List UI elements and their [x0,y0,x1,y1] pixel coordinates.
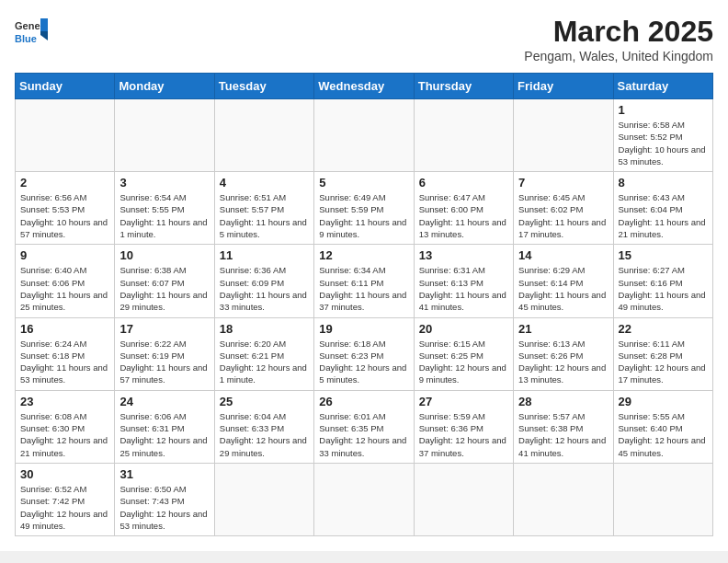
calendar-week-4: 16Sunrise: 6:24 AM Sunset: 6:18 PM Dayli… [16,317,713,390]
day-number: 17 [119,322,209,336]
day-number: 25 [220,395,309,408]
calendar-cell: 28Sunrise: 5:57 AM Sunset: 6:38 PM Dayli… [514,390,613,463]
day-info: Sunrise: 6:27 AM Sunset: 6:16 PM Dayligh… [619,264,708,313]
calendar-week-1: 1Sunrise: 6:58 AM Sunset: 5:52 PM Daylig… [16,99,713,172]
calendar-cell: 12Sunrise: 6:34 AM Sunset: 6:11 PM Dayli… [314,245,414,317]
day-info: Sunrise: 6:22 AM Sunset: 6:19 PM Dayligh… [119,338,209,386]
day-number: 19 [319,322,408,336]
day-number: 6 [419,176,508,190]
day-info: Sunrise: 6:47 AM Sunset: 6:00 PM Dayligh… [419,191,508,240]
day-number: 3 [119,176,209,190]
day-info: Sunrise: 5:57 AM Sunset: 6:38 PM Dayligh… [518,410,608,459]
day-info: Sunrise: 6:18 AM Sunset: 6:23 PM Dayligh… [319,338,408,386]
day-number: 26 [319,395,408,408]
day-info: Sunrise: 6:29 AM Sunset: 6:14 PM Dayligh… [518,264,608,313]
day-number: 13 [419,248,508,262]
calendar-cell: 17Sunrise: 6:22 AM Sunset: 6:19 PM Dayli… [115,317,214,390]
calendar-cell: 13Sunrise: 6:31 AM Sunset: 6:13 PM Dayli… [414,245,513,317]
calendar-cell: 8Sunrise: 6:43 AM Sunset: 6:04 PM Daylig… [613,172,712,245]
calendar-cell: 29Sunrise: 5:55 AM Sunset: 6:40 PM Dayli… [613,390,712,463]
day-number: 24 [119,395,209,408]
day-info: Sunrise: 6:58 AM Sunset: 5:52 PM Dayligh… [619,119,708,167]
day-info: Sunrise: 6:31 AM Sunset: 6:13 PM Dayligh… [419,264,508,313]
days-header-row: Sunday Monday Tuesday Wednesday Thursday… [16,74,713,99]
calendar-table: Sunday Monday Tuesday Wednesday Thursday… [15,73,713,536]
calendar-cell: 25Sunrise: 6:04 AM Sunset: 6:33 PM Dayli… [214,390,313,463]
calendar-cell [314,99,414,172]
day-info: Sunrise: 6:56 AM Sunset: 5:53 PM Dayligh… [20,191,109,240]
calendar-cell: 14Sunrise: 6:29 AM Sunset: 6:14 PM Dayli… [514,245,613,317]
logo: General Blue [15,15,48,48]
day-number: 8 [619,176,708,190]
calendar-cell: 16Sunrise: 6:24 AM Sunset: 6:18 PM Dayli… [16,317,115,390]
header-tuesday: Tuesday [214,74,313,99]
calendar-cell [514,463,613,535]
calendar-cell [514,99,613,172]
day-info: Sunrise: 6:49 AM Sunset: 5:59 PM Dayligh… [319,191,408,240]
calendar-cell [613,463,712,535]
day-info: Sunrise: 5:59 AM Sunset: 6:36 PM Dayligh… [419,410,508,459]
calendar-week-6: 30Sunrise: 6:52 AM Sunset: 7:42 PM Dayli… [16,463,713,535]
day-number: 28 [518,395,608,408]
calendar-cell [214,463,313,535]
day-number: 11 [220,248,309,262]
calendar-cell: 7Sunrise: 6:45 AM Sunset: 6:02 PM Daylig… [514,172,613,245]
calendar-cell [314,463,414,535]
day-number: 1 [619,103,708,117]
day-info: Sunrise: 6:24 AM Sunset: 6:18 PM Dayligh… [20,338,109,386]
calendar-cell: 31Sunrise: 6:50 AM Sunset: 7:43 PM Dayli… [115,463,214,535]
day-number: 30 [20,467,109,481]
day-info: Sunrise: 6:51 AM Sunset: 5:57 PM Dayligh… [220,191,309,240]
calendar-cell: 24Sunrise: 6:06 AM Sunset: 6:31 PM Dayli… [115,390,214,463]
calendar-cell [214,99,313,172]
day-info: Sunrise: 6:11 AM Sunset: 6:28 PM Dayligh… [619,338,708,386]
day-number: 5 [319,176,408,190]
day-number: 2 [20,176,109,190]
calendar-cell: 21Sunrise: 6:13 AM Sunset: 6:26 PM Dayli… [514,317,613,390]
logo-icon: General Blue [15,15,48,48]
day-info: Sunrise: 6:06 AM Sunset: 6:31 PM Dayligh… [119,410,209,459]
calendar-body: 1Sunrise: 6:58 AM Sunset: 5:52 PM Daylig… [16,99,713,536]
day-number: 29 [619,395,708,408]
calendar-cell: 23Sunrise: 6:08 AM Sunset: 6:30 PM Dayli… [16,390,115,463]
day-number: 18 [220,322,309,336]
day-number: 9 [20,248,109,262]
day-number: 12 [319,248,408,262]
day-info: Sunrise: 6:50 AM Sunset: 7:43 PM Dayligh… [119,483,209,532]
header-thursday: Thursday [414,74,513,99]
day-number: 21 [518,322,608,336]
day-info: Sunrise: 6:40 AM Sunset: 6:06 PM Dayligh… [20,264,109,313]
calendar-week-5: 23Sunrise: 6:08 AM Sunset: 6:30 PM Dayli… [16,390,713,463]
calendar-cell: 2Sunrise: 6:56 AM Sunset: 5:53 PM Daylig… [16,172,115,245]
title-block: March 2025 Pengam, Wales, United Kingdom [524,15,713,63]
header: General Blue March 2025 Pengam, Wales, U… [15,15,713,63]
calendar-cell: 3Sunrise: 6:54 AM Sunset: 5:55 PM Daylig… [115,172,214,245]
day-info: Sunrise: 6:52 AM Sunset: 7:42 PM Dayligh… [20,483,109,532]
day-info: Sunrise: 6:36 AM Sunset: 6:09 PM Dayligh… [220,264,309,313]
header-friday: Friday [514,74,613,99]
calendar-cell: 27Sunrise: 5:59 AM Sunset: 6:36 PM Dayli… [414,390,513,463]
calendar-cell: 18Sunrise: 6:20 AM Sunset: 6:21 PM Dayli… [214,317,313,390]
calendar-page: General Blue March 2025 Pengam, Wales, U… [0,0,728,551]
svg-marker-2 [40,18,48,31]
day-info: Sunrise: 6:04 AM Sunset: 6:33 PM Dayligh… [220,410,309,459]
day-info: Sunrise: 6:20 AM Sunset: 6:21 PM Dayligh… [220,338,309,386]
calendar-cell: 5Sunrise: 6:49 AM Sunset: 5:59 PM Daylig… [314,172,414,245]
day-number: 16 [20,322,109,336]
svg-marker-3 [40,31,48,40]
day-number: 14 [518,248,608,262]
day-number: 20 [419,322,508,336]
calendar-cell: 20Sunrise: 6:15 AM Sunset: 6:25 PM Dayli… [414,317,513,390]
header-wednesday: Wednesday [314,74,414,99]
calendar-cell: 19Sunrise: 6:18 AM Sunset: 6:23 PM Dayli… [314,317,414,390]
calendar-cell: 15Sunrise: 6:27 AM Sunset: 6:16 PM Dayli… [613,245,712,317]
svg-text:Blue: Blue [15,33,37,44]
calendar-subtitle: Pengam, Wales, United Kingdom [524,49,713,63]
calendar-cell: 30Sunrise: 6:52 AM Sunset: 7:42 PM Dayli… [16,463,115,535]
calendar-cell: 10Sunrise: 6:38 AM Sunset: 6:07 PM Dayli… [115,245,214,317]
calendar-cell [414,99,513,172]
header-saturday: Saturday [613,74,712,99]
day-info: Sunrise: 6:43 AM Sunset: 6:04 PM Dayligh… [619,191,708,240]
day-number: 10 [119,248,209,262]
day-info: Sunrise: 6:54 AM Sunset: 5:55 PM Dayligh… [119,191,209,240]
